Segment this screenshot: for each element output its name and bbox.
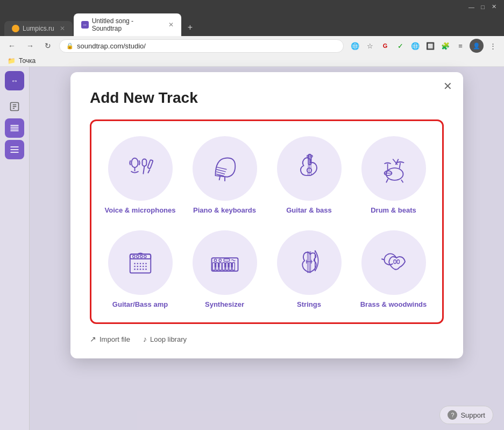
svg-line-29 — [399, 163, 400, 169]
sidebar-btn-tracks[interactable] — [5, 118, 24, 138]
reload-btn[interactable]: ↻ — [42, 40, 54, 51]
lock-icon: 🔒 — [66, 43, 74, 50]
modal-footer: ↗ Import file ♪ Loop library — [90, 335, 444, 343]
bookmark-folder[interactable]: Точка — [19, 57, 36, 65]
menu-btn[interactable]: ⋮ — [487, 40, 499, 52]
track-option-drum[interactable]: Drum & beats — [353, 130, 434, 220]
maximize-btn[interactable]: □ — [479, 3, 486, 10]
bookmark-bar: 📁 Точка — [0, 55, 504, 67]
track-option-synth[interactable]: Synthesizer — [184, 224, 265, 314]
track-option-voice[interactable]: Voice & microphones — [100, 130, 180, 220]
svg-rect-71 — [224, 259, 230, 261]
ext-icon-5[interactable]: 🧩 — [439, 40, 451, 52]
tab-bar: Lumpics.ru ✕ ↔ Untitled song - Soundtrap… — [0, 13, 504, 36]
close-btn[interactable]: ✕ — [491, 3, 498, 10]
support-icon: ? — [448, 410, 457, 420]
svg-point-70 — [219, 259, 221, 261]
track-option-guitar[interactable]: Guitar & bass — [269, 130, 349, 220]
translate-icon[interactable]: 🌐 — [349, 40, 361, 52]
tab-lumpics[interactable]: Lumpics.ru ✕ — [4, 21, 73, 36]
strings-label: Strings — [297, 300, 321, 308]
forward-btn[interactable]: → — [24, 40, 37, 51]
browser-chrome: — □ ✕ Lumpics.ru ✕ ↔ Untitled song - Sou… — [0, 0, 504, 67]
tab-soundtrap[interactable]: ↔ Untitled song - Soundtrap ✕ — [74, 13, 181, 36]
loop-icon: ♪ — [143, 335, 147, 343]
tab-soundtrap-close[interactable]: ✕ — [168, 21, 174, 29]
support-label: Support — [460, 411, 485, 419]
brass-label: Brass & woodwinds — [360, 300, 427, 308]
svg-point-46 — [145, 266, 147, 267]
svg-point-11 — [131, 158, 138, 168]
support-btn[interactable]: ? Support — [439, 406, 493, 424]
track-option-strings[interactable]: Strings — [269, 224, 349, 314]
svg-line-74 — [308, 251, 309, 273]
piano-label: Piano & keyboards — [193, 206, 256, 214]
avatar[interactable]: 👤 — [470, 39, 484, 53]
tab-soundtrap-icon: ↔ — [81, 21, 89, 29]
svg-line-14 — [143, 166, 144, 174]
synth-label: Synthesizer — [205, 300, 244, 308]
main-content: ↔ — [0, 67, 504, 430]
app-logo: ↔ — [5, 71, 24, 90]
tab-lumpics-close[interactable]: ✕ — [60, 25, 65, 32]
loop-library-label: Loop library — [150, 335, 187, 343]
folder-icon: 📁 — [8, 57, 16, 65]
guitar-label: Guitar & bass — [286, 206, 332, 214]
svg-point-26 — [386, 168, 403, 180]
svg-rect-65 — [217, 263, 219, 267]
amp-icon-circle — [108, 230, 173, 295]
track-option-piano[interactable]: Piano & keyboards — [184, 130, 265, 220]
svg-point-55 — [144, 255, 146, 257]
svg-line-33 — [386, 179, 388, 182]
svg-point-53 — [136, 255, 138, 257]
brass-icon-circle — [361, 230, 426, 295]
sidebar: ↔ — [0, 67, 30, 430]
guitar-icon-circle — [277, 136, 342, 201]
svg-point-52 — [132, 255, 134, 257]
svg-point-41 — [145, 263, 147, 264]
track-option-amp[interactable]: Guitar/Bass amp — [100, 224, 180, 314]
svg-point-45 — [142, 266, 144, 267]
svg-rect-79 — [397, 260, 399, 264]
import-file-link[interactable]: ↗ Import file — [90, 335, 130, 343]
svg-line-16 — [148, 170, 150, 173]
track-options-grid: Voice & microphones — [100, 130, 434, 314]
ext-icon-6[interactable]: ≡ — [455, 40, 466, 52]
minimize-btn[interactable]: — — [468, 3, 475, 10]
svg-point-43 — [137, 266, 138, 267]
address-bar: ← → ↻ 🔒 soundtrap.com/studio/ 🌐 ☆ G ✓ 🌐 … — [0, 36, 504, 55]
drum-icon-circle — [361, 136, 426, 201]
amp-label: Guitar/Bass amp — [112, 300, 168, 308]
add-track-modal: ✕ Add New Track — [70, 72, 463, 358]
new-tab-btn[interactable]: + — [182, 19, 198, 36]
loop-library-link[interactable]: ♪ Loop library — [143, 335, 187, 343]
ext-icon-4[interactable]: 🔲 — [424, 40, 436, 52]
svg-point-48 — [137, 269, 138, 270]
track-area: ✕ Add New Track — [30, 67, 504, 430]
toolbar-icons: 🌐 ☆ G ✓ 🌐 🔲 🧩 ≡ 👤 ⋮ — [349, 39, 499, 53]
star-icon[interactable]: ☆ — [364, 40, 376, 52]
sidebar-btn-2[interactable] — [5, 140, 24, 159]
svg-line-34 — [401, 180, 403, 182]
svg-line-17 — [219, 176, 220, 180]
address-input[interactable]: 🔒 soundtrap.com/studio/ — [59, 39, 344, 53]
import-file-label: Import file — [100, 335, 130, 343]
svg-rect-78 — [394, 260, 396, 264]
voice-icon-circle — [108, 136, 173, 201]
ext-icon-2[interactable]: ✓ — [394, 40, 406, 52]
address-text: soundtrap.com/studio/ — [77, 42, 146, 50]
voice-label: Voice & microphones — [105, 206, 176, 214]
svg-point-47 — [134, 269, 136, 270]
modal-close-btn[interactable]: ✕ — [443, 81, 452, 91]
piano-icon-circle — [193, 136, 257, 201]
sidebar-btn-1[interactable] — [5, 97, 24, 116]
back-btn[interactable]: ← — [5, 40, 18, 51]
ext-icon-3[interactable]: 🌐 — [409, 40, 421, 52]
svg-rect-66 — [224, 263, 226, 267]
svg-rect-13 — [142, 159, 146, 166]
ext-icon-1[interactable]: G — [379, 40, 391, 52]
svg-point-40 — [142, 263, 144, 264]
svg-point-51 — [145, 269, 147, 270]
track-option-brass[interactable]: Brass & woodwinds — [353, 224, 434, 314]
track-options-container: Voice & microphones — [90, 119, 444, 324]
